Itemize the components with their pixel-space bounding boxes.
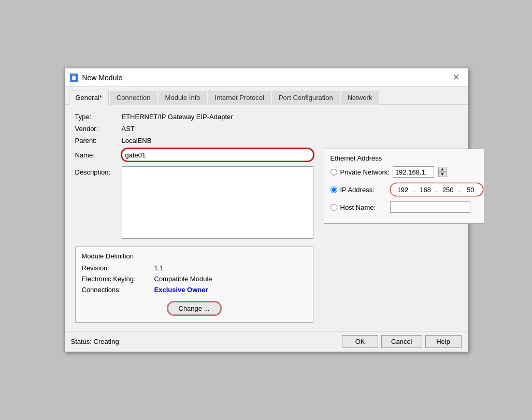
change-btn-row: Change ... (82, 302, 307, 315)
connections-label: Connections: (82, 286, 154, 294)
ip-address-group: . . . (390, 183, 484, 196)
parent-label: Parent: (75, 137, 122, 144)
module-definition-box: Module Definition Revision: 1.1 Electron… (75, 247, 313, 323)
main-two-col: Name: Description: Module Definition Rev… (75, 149, 457, 323)
revision-label: Revision: (82, 264, 154, 272)
parent-value: LocalENB (122, 137, 152, 144)
type-row: Type: ETHERNET/IP Gateway EIP-Adapter (75, 113, 457, 121)
keying-value: Compatible Module (154, 275, 212, 283)
status-text: Status: Creating (71, 338, 119, 345)
right-column: Ethernet Address Private Network: ▲ ▼ (324, 149, 484, 323)
ip-address-row: IP Address: . . . (330, 183, 478, 196)
hostname-row: Host Name: (330, 201, 478, 213)
tab-connection[interactable]: Connection (110, 91, 157, 105)
private-network-input[interactable] (393, 166, 434, 178)
private-network-radio[interactable] (330, 169, 337, 176)
title-bar: ▣ New Module ✕ (65, 68, 468, 87)
private-network-label: Private Network: (340, 168, 390, 176)
cancel-button[interactable]: Cancel (381, 335, 422, 348)
tab-port-configuration[interactable]: Port Configuration (272, 91, 340, 105)
type-value: ETHERNET/IP Gateway EIP-Adapter (122, 113, 233, 121)
ip-dot-2: . (436, 186, 438, 194)
status-value: Creating (94, 338, 119, 345)
private-network-spinner: ▲ ▼ (438, 167, 447, 177)
status-buttons: OK Cancel Help (342, 335, 461, 348)
hostname-label: Host Name: (340, 204, 387, 211)
connections-row: Connections: Exclusive Owner (82, 286, 307, 294)
parent-row: Parent: LocalENB (75, 137, 457, 144)
title-bar-left: ▣ New Module (70, 74, 123, 82)
revision-value: 1.1 (154, 264, 164, 272)
revision-row: Revision: 1.1 (82, 264, 307, 272)
hostname-input[interactable] (390, 201, 470, 213)
ip-address-radio[interactable] (330, 186, 337, 193)
connections-value: Exclusive Owner (154, 286, 208, 294)
ethernet-address-box: Ethernet Address Private Network: ▲ ▼ (324, 149, 484, 224)
name-label: Name: (75, 151, 122, 159)
vendor-label: Vendor: (75, 125, 122, 133)
tab-general[interactable]: General* (69, 91, 109, 105)
ok-button[interactable]: OK (342, 335, 378, 348)
module-def-title: Module Definition (82, 252, 307, 260)
tab-bar: General* Connection Module Info Internet… (65, 87, 468, 105)
close-button[interactable]: ✕ (450, 73, 463, 83)
description-textarea[interactable] (122, 166, 313, 239)
spinner-up[interactable]: ▲ (438, 167, 447, 172)
ip-octet-3[interactable] (439, 184, 457, 195)
status-bar: Status: Creating OK Cancel Help (65, 331, 468, 352)
dialog-window: ▣ New Module ✕ General* Connection Modul… (64, 68, 468, 352)
tab-network[interactable]: Network (341, 91, 379, 105)
spinner-down[interactable]: ▼ (438, 172, 447, 177)
status-label: Status: (71, 338, 94, 345)
hostname-radio[interactable] (330, 204, 337, 211)
vendor-value: AST (122, 125, 135, 133)
tab-internet-protocol[interactable]: Internet Protocol (208, 91, 271, 105)
ip-octet-1[interactable] (394, 184, 412, 195)
description-container (122, 166, 313, 240)
ethernet-title: Ethernet Address (330, 154, 478, 162)
keying-row: Electronic Keying: Compatible Module (82, 275, 307, 283)
name-input[interactable] (122, 149, 313, 161)
tab-module-info[interactable]: Module Info (159, 91, 207, 105)
ip-octet-2[interactable] (416, 184, 435, 195)
private-network-row: Private Network: ▲ ▼ (330, 166, 478, 178)
ip-address-label: IP Address: (340, 186, 387, 194)
description-label: Description: (75, 168, 122, 176)
change-button[interactable]: Change ... (168, 302, 221, 315)
type-label: Type: (75, 113, 122, 121)
window-title: New Module (82, 74, 123, 82)
vendor-row: Vendor: AST (75, 125, 457, 133)
description-row: Description: (75, 166, 313, 240)
help-button[interactable]: Help (425, 335, 462, 348)
ip-dot-3: . (458, 186, 461, 194)
content-area: Type: ETHERNET/IP Gateway EIP-Adapter Ve… (65, 105, 468, 331)
ip-octet-4[interactable] (461, 184, 480, 195)
ip-dot-1: . (413, 186, 415, 194)
keying-label: Electronic Keying: (82, 275, 154, 283)
left-column: Name: Description: Module Definition Rev… (75, 149, 313, 323)
name-row: Name: (75, 149, 313, 161)
window-icon: ▣ (70, 74, 78, 82)
